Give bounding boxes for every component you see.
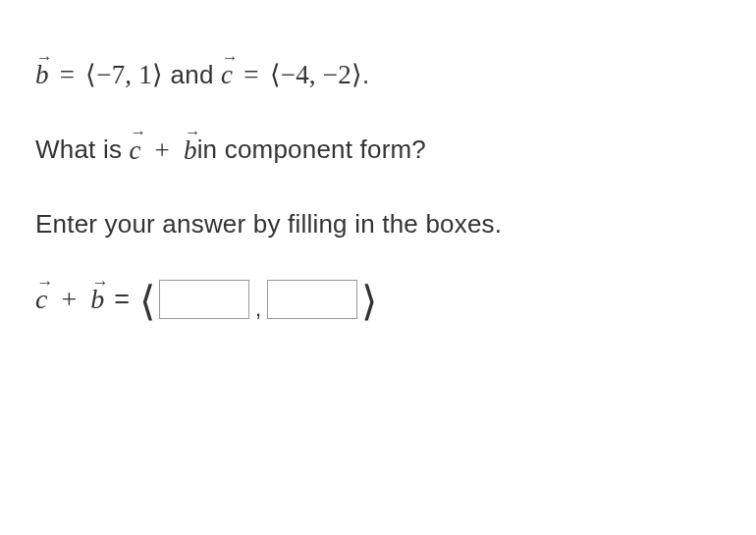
plus-sign: + [54,284,83,314]
vector-c-def: → c = ⟨−4, −2⟩ [221,55,362,95]
question-line: What is → c + → b in component form? [35,131,721,171]
expression-c-plus-b: → c + → b [130,131,197,171]
vector-c-symbol: → c [221,55,233,95]
question-prefix: What is [35,131,130,169]
answer-input-y[interactable] [267,280,357,319]
given-vectors-line: → b = ⟨−7, 1⟩ and → c = ⟨−4, −2⟩ . [35,55,721,95]
left-angle-bracket: ⟨ [139,281,155,322]
vector-b-symbol: → b [184,131,197,171]
vector-b-def: → b = ⟨−7, 1⟩ [35,55,163,95]
answer-lhs: → c + → b [35,284,104,315]
instruction-line: Enter your answer by filling in the boxe… [35,205,721,243]
vector-c-symbol: → c [35,284,47,315]
instruction-text: Enter your answer by filling in the boxe… [35,205,502,243]
comma-text: , [255,296,261,322]
period-text: . [362,56,369,94]
question-suffix: in component form? [197,131,426,169]
equals-sign: = [114,285,130,315]
vector-c-components: ⟨−4, −2⟩ [270,60,363,89]
vector-b-symbol: → b [90,284,104,315]
vector-arrow-icon: → [222,45,239,70]
vector-b-symbol: → b [35,55,49,95]
vector-arrow-icon: → [131,120,147,144]
right-angle-bracket: ⟩ [361,281,377,322]
vector-arrow-icon: → [36,273,53,293]
plus-sign: + [148,135,177,165]
vector-b-components: ⟨−7, 1⟩ [85,60,163,89]
vector-arrow-icon: → [91,273,108,293]
and-text: and [163,56,221,94]
vector-arrow-icon: → [185,120,201,144]
vector-c-symbol: → c [130,131,141,171]
vector-arrow-icon: → [36,45,53,70]
answer-row: → c + → b = ⟨ , ⟩ [35,279,721,320]
answer-input-x[interactable] [159,280,249,319]
